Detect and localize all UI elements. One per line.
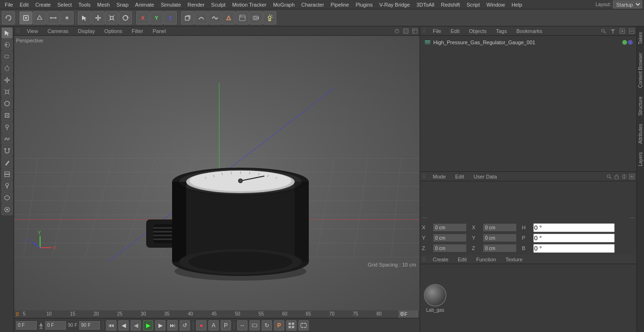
move-tool[interactable] (91, 11, 105, 24)
tool-knife[interactable] (1, 157, 13, 168)
attr-z-size-input[interactable] (483, 244, 516, 252)
obj-tab-tags[interactable]: Tags (493, 28, 510, 34)
attr-tab-userdata[interactable]: User Data (471, 173, 500, 180)
menu-vray[interactable]: V-Ray Bridge (377, 1, 413, 8)
play-options-btn[interactable]: P (221, 320, 231, 331)
model-mode-button[interactable] (19, 11, 33, 24)
loop-btn[interactable]: ↺ (180, 320, 190, 331)
obj-collapse-icon[interactable] (629, 28, 635, 34)
viewport-tab-filter[interactable]: Filter (129, 28, 146, 34)
attr-y-pos-input[interactable] (433, 234, 466, 242)
rotate-tool[interactable] (119, 11, 132, 24)
point-mode-button[interactable] (60, 11, 74, 24)
menu-mesh[interactable]: Mesh (94, 1, 113, 8)
deform-btn[interactable] (222, 11, 235, 24)
attr-x-pos-input[interactable] (433, 224, 466, 231)
tool-loop[interactable] (1, 169, 13, 180)
menu-window[interactable]: Window (484, 1, 508, 8)
viewport-tab-cameras[interactable]: Cameras (45, 28, 72, 34)
record-btn[interactable]: ● (196, 320, 206, 331)
mat-tab-function[interactable]: Function (473, 256, 499, 263)
tool-brush[interactable] (1, 180, 13, 192)
skip-to-end-btn[interactable]: ⏭ (167, 320, 178, 331)
menu-plugins[interactable]: Plugins (353, 1, 375, 8)
material-lab-gas[interactable]: Lab_gas (424, 284, 446, 313)
preview-start-input[interactable] (45, 321, 66, 330)
attr-tab-edit[interactable]: Edit (453, 173, 467, 180)
side-tab-content-browser[interactable]: Content Browser (637, 49, 644, 91)
object-item-gauge[interactable]: High_Pressure_Gas_Regulator_Gauge_001 (422, 38, 635, 47)
menu-help[interactable]: Help (509, 1, 525, 8)
mesh-mode-button[interactable] (33, 11, 46, 24)
frame-spinner-up[interactable] (39, 322, 43, 329)
menu-simulate[interactable]: Simulate (158, 1, 184, 8)
menu-redshift[interactable]: Redshift (438, 1, 462, 8)
autokey-btn[interactable]: A (208, 320, 219, 331)
axis-y[interactable]: Y (150, 11, 163, 24)
tool-rotate[interactable] (1, 98, 13, 109)
attr-lock-icon[interactable] (614, 174, 619, 179)
menu-motion-tracker[interactable]: Motion Tracker (229, 1, 269, 8)
menu-file[interactable]: File (2, 1, 16, 8)
attr-pin-icon[interactable] (621, 174, 627, 179)
main-viewport[interactable]: X Y Z Grid Spacing : 10 cm Perspective (14, 36, 420, 310)
obj-search-icon[interactable] (601, 28, 606, 34)
attr-y-size-input[interactable] (483, 234, 516, 242)
tool-scale[interactable] (1, 86, 13, 97)
light-btn[interactable] (263, 11, 276, 24)
play-reverse-btn[interactable]: ◀ (131, 320, 141, 331)
tool-rect-select[interactable] (1, 51, 13, 62)
obj-expand-icon[interactable] (619, 28, 625, 34)
timeline-scale-btn[interactable] (249, 320, 260, 331)
preview-end-input[interactable] (79, 321, 100, 330)
attr-b-input[interactable] (533, 244, 615, 253)
attr-z-pos-input[interactable] (433, 244, 466, 252)
scale-tool[interactable] (105, 11, 118, 24)
menu-3dtoall[interactable]: 3DToAll (413, 1, 437, 8)
obj-filter-icon[interactable] (610, 28, 616, 34)
menu-sculpt[interactable]: Sculpt (208, 1, 229, 8)
attr-x-size-input[interactable] (483, 224, 516, 231)
skip-to-start-btn[interactable]: ⏮ (106, 320, 116, 331)
tool-live-select[interactable] (1, 39, 13, 50)
menu-select[interactable]: Select (55, 1, 75, 8)
side-tab-structure[interactable]: Structure (637, 93, 644, 120)
cube-btn[interactable] (181, 11, 194, 24)
viewport-tab-options[interactable]: Options (101, 28, 125, 34)
tool-transform[interactable] (1, 110, 13, 121)
attr-expand-icon2[interactable] (629, 174, 635, 179)
attr-h-input[interactable] (533, 223, 615, 232)
undo-button[interactable] (2, 11, 15, 24)
scene-btn[interactable] (236, 11, 249, 24)
menu-snap[interactable]: Snap (114, 1, 132, 8)
axis-z[interactable]: Z (164, 11, 177, 24)
current-frame-input[interactable] (16, 321, 37, 330)
side-tab-attributes[interactable]: Attributes (637, 120, 644, 147)
menu-render[interactable]: Render (185, 1, 207, 8)
axis-x[interactable]: X (136, 11, 149, 24)
tool-magnet[interactable] (1, 145, 13, 156)
timeline-record2-btn[interactable]: P (274, 320, 284, 331)
tool-polygon[interactable] (1, 192, 13, 203)
tool-snap[interactable] (1, 204, 13, 215)
mat-tab-create[interactable]: Create (430, 256, 451, 263)
viewport-tab-display[interactable]: Display (75, 28, 98, 34)
menu-script[interactable]: Script (464, 1, 483, 8)
timeline-film-btn[interactable] (298, 320, 309, 331)
menu-animate[interactable]: Animate (132, 1, 157, 8)
menu-create[interactable]: Create (33, 1, 54, 8)
timeline-grid-btn[interactable] (286, 320, 297, 331)
side-tab-takes[interactable]: Takes (637, 28, 644, 48)
timeline-rotate-btn[interactable]: ↻ (262, 320, 272, 331)
layout-dropdown[interactable]: Startup (613, 0, 642, 8)
tool-paint[interactable] (1, 121, 13, 133)
menu-mograph[interactable]: MoGraph (270, 1, 297, 8)
prev-frame-btn[interactable]: ◀ (118, 320, 129, 331)
obj-tab-edit[interactable]: Edit (448, 28, 462, 34)
menu-pipeline[interactable]: Pipeline (328, 1, 352, 8)
obj-tab-file[interactable]: File (430, 28, 444, 34)
timeline-move-btn[interactable]: ↔ (237, 320, 248, 331)
nurbs-btn[interactable] (208, 11, 222, 24)
spline-btn[interactable] (195, 11, 208, 24)
attr-tab-mode[interactable]: Mode (430, 173, 449, 180)
